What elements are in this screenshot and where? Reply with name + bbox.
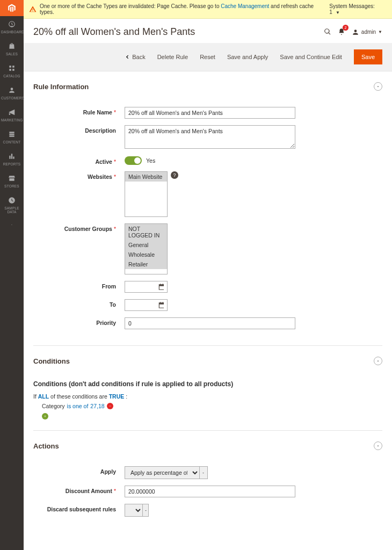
section-header-conditions[interactable]: Conditions [33,346,382,372]
condition-row: Category is one of 27,18 [33,403,382,409]
warning-icon [29,5,37,13]
reset-button[interactable]: Reset [200,54,215,60]
chevron-down-icon[interactable] [142,504,149,517]
apply-label: Apply [33,466,125,479]
group-option[interactable]: NOT LOGGED IN [125,224,167,240]
notification-badge: 2 [343,25,349,31]
from-label: From [33,281,125,293]
action-bar: Back Delete Rule Reset Save and Apply Sa… [24,43,392,71]
nav-collapse[interactable]: - [0,218,24,230]
active-toggle[interactable] [125,156,142,165]
system-message-bar: One or more of the Cache Types are inval… [24,0,392,19]
help-icon[interactable]: ? [171,171,178,179]
nav-stores[interactable]: STORES [0,170,24,192]
notifications-icon[interactable]: 2 [338,28,345,37]
priority-label: Priority [33,317,125,329]
add-condition-icon[interactable] [42,413,48,419]
chevron-down-icon: ▼ [378,30,382,34]
page-header: 20% off all Women's and Men's Pants 2 ad… [24,19,392,43]
calendar-icon[interactable] [158,283,165,291]
magento-logo[interactable] [0,0,24,16]
section-rule-information: Rule Information Rule Name* Description … [33,71,382,346]
chevron-down-icon: ▼ [336,10,340,15]
active-label: Active* [33,156,125,165]
nav-customers[interactable]: CUSTOMERS [0,82,24,104]
save-and-apply-button[interactable]: Save and Apply [227,54,268,60]
save-button[interactable]: Save [354,49,382,64]
condition-operator-link[interactable]: is one of [67,403,89,409]
delete-rule-button[interactable]: Delete Rule [157,54,188,60]
to-label: To [33,299,125,311]
nav-dashboard[interactable]: DASHBOARD [0,16,24,38]
user-menu[interactable]: admin▼ [352,28,382,36]
collapse-icon [374,442,382,450]
nav-content[interactable]: CONTENT [0,126,24,148]
section-header-rule-information[interactable]: Rule Information [33,71,382,97]
conditions-tree: If ALL of these conditions are TRUE : Ca… [33,393,382,430]
conditions-intro: Conditions (don't add conditions if rule… [33,380,382,388]
condition-aggregator: If ALL of these conditions are TRUE : [33,393,382,400]
chevron-down-icon[interactable] [199,466,208,479]
websites-label: Websites* [33,171,125,217]
section-conditions: Conditions Conditions (don't add conditi… [33,346,382,431]
nav-sample-data[interactable]: SAMPLE DATA [0,192,24,218]
rule-name-input[interactable] [125,107,295,119]
customer-groups-label: Customer Groups* [33,223,125,274]
website-option[interactable]: Main Website [125,172,167,182]
description-label: Description [33,125,125,150]
group-option[interactable]: General [125,240,167,250]
websites-multiselect[interactable]: Main Website [125,171,168,217]
page-title: 20% off all Women's and Men's Pants [33,26,195,38]
customer-groups-multiselect[interactable]: NOT LOGGED IN General Wholesale Retailer [125,223,168,274]
sidebar: DASHBOARD SALES CATALOG CUSTOMERS MARKET… [0,0,24,550]
priority-input[interactable] [125,317,295,329]
nav-catalog[interactable]: CATALOG [0,60,24,82]
description-textarea[interactable]: 20% off all Women's and Men's Pants [125,125,295,149]
discard-rules-label: Discard subsequent rules [33,504,125,517]
section-actions: Actions Apply Apply as percentage of ori… [33,431,382,533]
aggregator-all-link[interactable]: ALL [38,393,49,400]
discard-rules-select[interactable]: Yes [125,504,142,517]
cache-management-link[interactable]: Cache Management [221,3,269,9]
nav-sales[interactable]: SALES [0,38,24,60]
aggregator-true-link[interactable]: TRUE [109,393,125,400]
apply-select[interactable]: Apply as percentage of original [125,466,199,479]
section-header-actions[interactable]: Actions [33,431,382,457]
group-option[interactable]: Retailer [125,259,167,269]
collapse-icon [374,82,382,91]
nav-reports[interactable]: REPORTS [0,148,24,170]
system-message-text: One or more of the Cache Types are inval… [40,3,329,15]
system-messages-toggle[interactable]: System Messages: 1▼ [329,3,387,15]
discount-amount-label: Discount Amount* [33,486,125,497]
rule-name-label: Rule Name* [33,107,125,119]
nav-marketing[interactable]: MARKETING [0,104,24,126]
discount-amount-input[interactable] [125,486,295,497]
condition-value-link[interactable]: 27,18 [90,403,104,409]
back-button[interactable]: Back [125,54,145,60]
group-option[interactable]: Wholesale [125,250,167,259]
main-content: One or more of the Cache Types are inval… [24,0,392,550]
remove-condition-icon[interactable] [107,403,113,409]
search-icon[interactable] [324,28,331,37]
calendar-icon[interactable] [158,301,165,309]
collapse-icon [374,357,382,365]
save-and-continue-button[interactable]: Save and Continue Edit [280,54,342,60]
